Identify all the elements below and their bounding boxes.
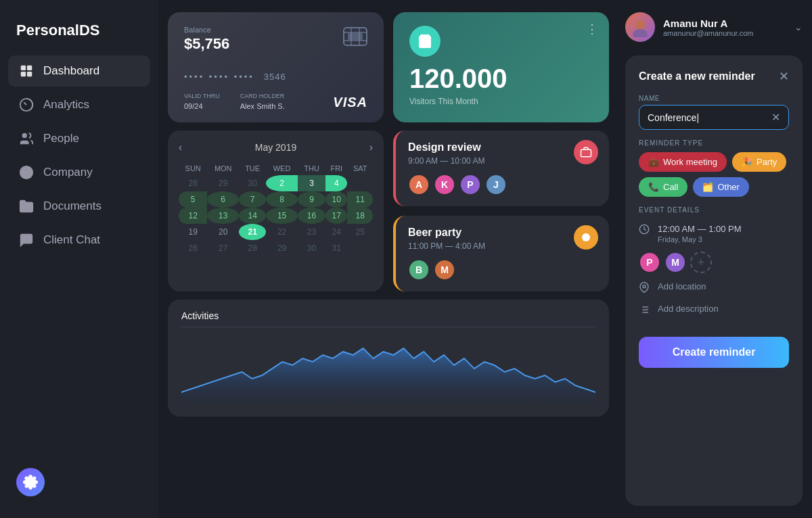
sidebar-item-client-chat[interactable]: Client Chat [8, 225, 150, 256]
middle-cards-row: ‹ May 2019 › SUN MON TUE WED THU FRI SAT [168, 131, 609, 291]
cal-date[interactable]: 23 [298, 224, 325, 240]
cal-date[interactable]: 26 [179, 240, 207, 256]
sidebar-label-analytics: Analytics [43, 98, 89, 112]
beer-party-card: Beer party 11:00 PM — 4:00 AM B M [393, 216, 609, 291]
cal-date[interactable]: 29 [207, 175, 239, 191]
name-input[interactable] [648, 112, 771, 123]
sidebar-label-company: Company [43, 166, 93, 179]
cal-date[interactable]: 12 [179, 208, 207, 224]
cal-date[interactable]: 6 [207, 191, 239, 208]
cal-date[interactable]: 25 [347, 224, 373, 240]
sidebar-item-analytics[interactable]: Analytics [8, 89, 150, 120]
location-detail-row[interactable]: Add location [639, 277, 789, 300]
cal-date[interactable]: 13 [207, 208, 239, 224]
cal-date[interactable]: 30 [239, 175, 266, 191]
event-title-design: Design review [408, 141, 597, 154]
calendar-title: May 2019 [255, 142, 296, 153]
party-icon: 🎉 [742, 157, 752, 167]
cal-date[interactable]: 27 [207, 240, 239, 256]
cal-date[interactable]: 22 [266, 224, 298, 240]
nav-menu: Dashboard Analytics People Company Docum… [0, 55, 158, 452]
create-reminder-btn[interactable]: Create reminder [639, 337, 789, 368]
cal-date[interactable]: 24 [325, 224, 347, 240]
event-title-beer: Beer party [408, 227, 597, 239]
cal-date[interactable]: 20 [207, 224, 239, 240]
reminder-header: Create a new reminder ✕ [639, 69, 789, 84]
calendar-next-btn[interactable]: › [369, 141, 373, 154]
sidebar-item-people[interactable]: People [8, 123, 150, 154]
type-btn-other[interactable]: 🗂️ Other [693, 177, 749, 197]
cal-date[interactable]: 19 [179, 224, 207, 240]
attendees-row: P M + [639, 248, 789, 277]
avatar: A [408, 174, 430, 195]
attendee-avatar-1: P [639, 252, 660, 273]
cal-date[interactable]: 16 [298, 208, 325, 224]
visa-logo: VISA [333, 95, 367, 110]
user-info: Amanu Nur A amanunur@amanunur.com [663, 18, 786, 37]
credit-card: Balance $5,756 •••• •••• •••• 3546 VALID… [168, 12, 384, 122]
cal-date[interactable]: 28 [179, 175, 207, 191]
cal-day-wed: WED [266, 162, 298, 175]
grid-icon [19, 64, 34, 78]
cal-date[interactable] [347, 175, 373, 191]
cal-date[interactable]: 29 [266, 240, 298, 256]
sidebar-item-documents[interactable]: Documents [8, 191, 150, 222]
event-avatars-design: A K P J [408, 174, 597, 195]
cal-date[interactable]: 31 [325, 240, 347, 256]
cal-date[interactable]: 5 [179, 191, 207, 208]
cal-date[interactable]: 17 [325, 208, 347, 224]
clock-icon [639, 224, 651, 237]
sidebar-bottom [0, 452, 158, 518]
cal-date[interactable]: 10 [325, 191, 347, 208]
activities-card: Activities [168, 300, 609, 417]
cal-date[interactable]: 15 [266, 208, 298, 224]
settings-button[interactable] [16, 468, 45, 496]
svg-point-19 [633, 29, 648, 37]
visitors-icon [409, 26, 441, 57]
events-column: Design review 9:00 AM — 10:00 AM A K P J… [393, 131, 609, 291]
cal-week-1: 28 29 30 2 3 4 [179, 175, 373, 191]
type-btn-call[interactable]: 📞 Call [639, 177, 687, 197]
activities-chart [181, 331, 595, 406]
cal-week-3: 12 13 14 15 16 17 18 [179, 208, 373, 224]
balance-label: Balance [184, 26, 367, 34]
cal-date-today[interactable]: 21 [239, 224, 266, 240]
sidebar-item-company[interactable]: Company [8, 157, 150, 188]
reminder-type-label: REMINDER TYPE [639, 139, 789, 147]
activities-title: Activities [181, 310, 595, 321]
type-btn-work[interactable]: 💼 Work meeting [639, 152, 727, 172]
card-dots: •••• •••• •••• 3546 [184, 72, 367, 82]
calendar-prev-btn[interactable]: ‹ [179, 141, 182, 154]
cal-date[interactable]: 11 [347, 191, 373, 208]
event-icon-beer [574, 225, 598, 250]
cal-date[interactable]: 8 [266, 191, 298, 208]
svg-rect-2 [21, 72, 26, 76]
gear-icon [23, 475, 38, 490]
cal-date[interactable]: 30 [298, 240, 325, 256]
close-reminder-btn[interactable]: ✕ [779, 69, 789, 84]
description-detail-row[interactable]: Add description [639, 300, 789, 322]
cal-date-4[interactable]: 4 [325, 175, 347, 191]
cal-date[interactable] [347, 240, 373, 256]
add-attendee-btn[interactable]: + [690, 252, 712, 273]
cal-date-2[interactable]: 2 [266, 175, 298, 191]
cal-date[interactable]: 18 [347, 208, 373, 224]
sidebar-item-dashboard[interactable]: Dashboard [8, 55, 150, 87]
event-avatars-beer: B M [408, 259, 597, 281]
cal-date[interactable]: 14 [239, 208, 266, 224]
menu-dots-btn[interactable]: ⋮ [586, 22, 598, 37]
user-chevron-btn[interactable]: ⌄ [794, 22, 803, 32]
app-logo: PersonalDS [0, 0, 158, 55]
card-footer: VALID THRU 09/24 CARD HOLDER Alex Smith … [184, 93, 367, 110]
chat-icon [19, 233, 34, 248]
chart-icon [19, 97, 34, 112]
cal-day-fri: FRI [325, 162, 347, 175]
cal-date[interactable]: 7 [239, 191, 266, 208]
calendar-header: ‹ May 2019 › [179, 141, 373, 154]
cal-date[interactable]: 28 [239, 240, 266, 256]
clear-name-btn[interactable]: ✕ [771, 111, 780, 124]
cal-date-3[interactable]: 3 [298, 175, 325, 191]
add-location-text: Add location [658, 281, 706, 291]
cal-date[interactable]: 9 [298, 191, 325, 208]
type-btn-party[interactable]: 🎉 Party [732, 152, 786, 172]
